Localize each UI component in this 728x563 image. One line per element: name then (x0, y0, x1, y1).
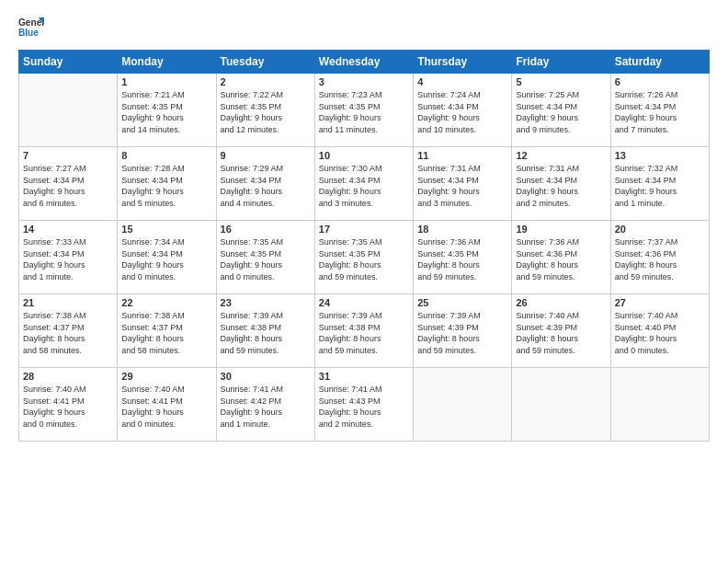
day-info: Sunrise: 7:39 AM Sunset: 4:38 PM Dayligh… (221, 310, 311, 356)
day-number: 4 (417, 76, 507, 87)
calendar-cell (19, 74, 118, 147)
weekday-monday: Monday (118, 51, 216, 74)
day-info: Sunrise: 7:29 AM Sunset: 4:34 PM Dayligh… (221, 163, 311, 209)
calendar-cell: 15Sunrise: 7:34 AM Sunset: 4:34 PM Dayli… (118, 221, 216, 294)
weekday-sunday: Sunday (19, 51, 118, 74)
day-info: Sunrise: 7:41 AM Sunset: 4:42 PM Dayligh… (221, 384, 311, 430)
day-info: Sunrise: 7:30 AM Sunset: 4:34 PM Dayligh… (319, 163, 409, 209)
day-info: Sunrise: 7:40 AM Sunset: 4:41 PM Dayligh… (23, 384, 113, 430)
day-number: 18 (417, 224, 507, 235)
calendar-cell: 14Sunrise: 7:33 AM Sunset: 4:34 PM Dayli… (19, 221, 118, 294)
day-number: 27 (615, 297, 705, 308)
week-row-1: 1Sunrise: 7:21 AM Sunset: 4:35 PM Daylig… (19, 74, 710, 147)
calendar-cell (512, 368, 610, 442)
calendar-cell: 10Sunrise: 7:30 AM Sunset: 4:34 PM Dayli… (314, 147, 413, 221)
calendar-cell: 6Sunrise: 7:26 AM Sunset: 4:34 PM Daylig… (610, 74, 709, 147)
day-info: Sunrise: 7:23 AM Sunset: 4:35 PM Dayligh… (319, 89, 409, 135)
weekday-thursday: Thursday (414, 51, 512, 74)
header: General Blue (18, 15, 710, 40)
day-number: 3 (319, 76, 409, 87)
day-info: Sunrise: 7:40 AM Sunset: 4:39 PM Dayligh… (516, 310, 606, 356)
day-number: 23 (221, 297, 311, 308)
logo-icon: General Blue (18, 15, 44, 40)
day-info: Sunrise: 7:32 AM Sunset: 4:34 PM Dayligh… (615, 163, 705, 209)
calendar-cell: 20Sunrise: 7:37 AM Sunset: 4:36 PM Dayli… (610, 221, 709, 294)
day-number: 7 (23, 150, 113, 161)
day-info: Sunrise: 7:39 AM Sunset: 4:38 PM Dayligh… (319, 310, 409, 356)
day-number: 31 (319, 371, 409, 382)
day-number: 29 (121, 371, 211, 382)
day-info: Sunrise: 7:31 AM Sunset: 4:34 PM Dayligh… (417, 163, 507, 209)
day-info: Sunrise: 7:33 AM Sunset: 4:34 PM Dayligh… (23, 236, 113, 282)
weekday-wednesday: Wednesday (314, 51, 413, 74)
calendar-cell: 26Sunrise: 7:40 AM Sunset: 4:39 PM Dayli… (512, 294, 610, 368)
weekday-tuesday: Tuesday (216, 51, 314, 74)
day-info: Sunrise: 7:34 AM Sunset: 4:34 PM Dayligh… (121, 236, 211, 282)
day-number: 12 (516, 150, 606, 161)
day-info: Sunrise: 7:37 AM Sunset: 4:36 PM Dayligh… (615, 236, 705, 282)
day-info: Sunrise: 7:41 AM Sunset: 4:43 PM Dayligh… (319, 384, 409, 430)
day-info: Sunrise: 7:21 AM Sunset: 4:35 PM Dayligh… (121, 89, 211, 135)
calendar-cell: 17Sunrise: 7:35 AM Sunset: 4:35 PM Dayli… (314, 221, 413, 294)
week-row-3: 14Sunrise: 7:33 AM Sunset: 4:34 PM Dayli… (19, 221, 710, 294)
calendar-cell (610, 368, 709, 442)
page-container: General Blue SundayMondayTuesdayWednesda… (0, 0, 728, 451)
day-info: Sunrise: 7:35 AM Sunset: 4:35 PM Dayligh… (319, 236, 409, 282)
week-row-2: 7Sunrise: 7:27 AM Sunset: 4:34 PM Daylig… (19, 147, 710, 221)
weekday-friday: Friday (512, 51, 610, 74)
day-number: 19 (516, 224, 606, 235)
day-number: 1 (121, 76, 211, 87)
day-info: Sunrise: 7:39 AM Sunset: 4:39 PM Dayligh… (417, 310, 507, 356)
day-number: 20 (615, 224, 705, 235)
day-info: Sunrise: 7:24 AM Sunset: 4:34 PM Dayligh… (417, 89, 507, 135)
day-number: 26 (516, 297, 606, 308)
day-info: Sunrise: 7:40 AM Sunset: 4:40 PM Dayligh… (615, 310, 705, 356)
day-number: 14 (23, 224, 113, 235)
calendar-cell: 9Sunrise: 7:29 AM Sunset: 4:34 PM Daylig… (216, 147, 314, 221)
day-info: Sunrise: 7:40 AM Sunset: 4:41 PM Dayligh… (121, 384, 211, 430)
day-info: Sunrise: 7:38 AM Sunset: 4:37 PM Dayligh… (23, 310, 113, 356)
calendar-cell: 8Sunrise: 7:28 AM Sunset: 4:34 PM Daylig… (118, 147, 216, 221)
calendar-cell: 23Sunrise: 7:39 AM Sunset: 4:38 PM Dayli… (216, 294, 314, 368)
calendar-cell: 16Sunrise: 7:35 AM Sunset: 4:35 PM Dayli… (216, 221, 314, 294)
day-number: 2 (221, 76, 311, 87)
calendar-cell: 11Sunrise: 7:31 AM Sunset: 4:34 PM Dayli… (414, 147, 512, 221)
day-number: 24 (319, 297, 409, 308)
calendar-cell: 5Sunrise: 7:25 AM Sunset: 4:34 PM Daylig… (512, 74, 610, 147)
day-info: Sunrise: 7:22 AM Sunset: 4:35 PM Dayligh… (221, 89, 311, 135)
calendar-cell: 18Sunrise: 7:36 AM Sunset: 4:35 PM Dayli… (414, 221, 512, 294)
day-info: Sunrise: 7:38 AM Sunset: 4:37 PM Dayligh… (121, 310, 211, 356)
day-info: Sunrise: 7:35 AM Sunset: 4:35 PM Dayligh… (221, 236, 311, 282)
day-number: 22 (121, 297, 211, 308)
calendar-cell: 19Sunrise: 7:36 AM Sunset: 4:36 PM Dayli… (512, 221, 610, 294)
day-info: Sunrise: 7:27 AM Sunset: 4:34 PM Dayligh… (23, 163, 113, 209)
week-row-5: 28Sunrise: 7:40 AM Sunset: 4:41 PM Dayli… (19, 368, 710, 442)
calendar-cell: 3Sunrise: 7:23 AM Sunset: 4:35 PM Daylig… (314, 74, 413, 147)
day-number: 11 (417, 150, 507, 161)
calendar-cell: 25Sunrise: 7:39 AM Sunset: 4:39 PM Dayli… (414, 294, 512, 368)
calendar-cell: 1Sunrise: 7:21 AM Sunset: 4:35 PM Daylig… (118, 74, 216, 147)
day-number: 9 (221, 150, 311, 161)
week-row-4: 21Sunrise: 7:38 AM Sunset: 4:37 PM Dayli… (19, 294, 710, 368)
day-number: 6 (615, 76, 705, 87)
day-info: Sunrise: 7:36 AM Sunset: 4:35 PM Dayligh… (417, 236, 507, 282)
calendar-cell: 31Sunrise: 7:41 AM Sunset: 4:43 PM Dayli… (314, 368, 413, 442)
calendar-cell: 12Sunrise: 7:31 AM Sunset: 4:34 PM Dayli… (512, 147, 610, 221)
day-number: 16 (221, 224, 311, 235)
day-number: 30 (221, 371, 311, 382)
svg-text:Blue: Blue (18, 28, 39, 38)
day-info: Sunrise: 7:26 AM Sunset: 4:34 PM Dayligh… (615, 89, 705, 135)
day-info: Sunrise: 7:31 AM Sunset: 4:34 PM Dayligh… (516, 163, 606, 209)
weekday-saturday: Saturday (610, 51, 709, 74)
day-number: 15 (121, 224, 211, 235)
calendar-cell: 2Sunrise: 7:22 AM Sunset: 4:35 PM Daylig… (216, 74, 314, 147)
day-number: 5 (516, 76, 606, 87)
day-number: 28 (23, 371, 113, 382)
day-info: Sunrise: 7:28 AM Sunset: 4:34 PM Dayligh… (121, 163, 211, 209)
calendar-cell: 4Sunrise: 7:24 AM Sunset: 4:34 PM Daylig… (414, 74, 512, 147)
day-info: Sunrise: 7:25 AM Sunset: 4:34 PM Dayligh… (516, 89, 606, 135)
weekday-header-row: SundayMondayTuesdayWednesdayThursdayFrid… (19, 51, 710, 74)
day-info: Sunrise: 7:36 AM Sunset: 4:36 PM Dayligh… (516, 236, 606, 282)
calendar-cell (414, 368, 512, 442)
day-number: 10 (319, 150, 409, 161)
